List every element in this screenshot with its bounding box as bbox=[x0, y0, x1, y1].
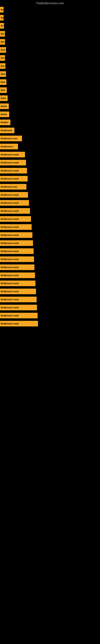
bar-row: Bo bbox=[0, 6, 100, 14]
bar-label-2: Bo bbox=[1, 24, 4, 27]
bar-row: Bottleneck result bbox=[0, 207, 100, 215]
bar-row: Bottleneck result bbox=[0, 223, 100, 231]
bar-label-36: Bottleneck result bbox=[1, 298, 19, 301]
bar-label-1: Bo bbox=[1, 16, 3, 19]
bar-label-28: Bottleneck result bbox=[1, 234, 19, 236]
bar-row: Bottleneck result bbox=[0, 158, 100, 167]
bar-label-23: Bottleneck result bbox=[1, 194, 19, 196]
bar-row: Bottleneck result bbox=[0, 304, 100, 312]
bar-30: Bottleneck result bbox=[0, 248, 34, 254]
bar-23: Bottleneck result bbox=[0, 192, 28, 198]
bar-15: Bottleneck bbox=[0, 128, 14, 133]
bar-2: Bo bbox=[0, 23, 4, 28]
bar-row: Bottleneck bbox=[0, 126, 100, 134]
bar-label-35: Bottleneck result bbox=[1, 290, 19, 292]
bar-label-6: Bot bbox=[1, 57, 4, 59]
bar-row: Bot bbox=[0, 30, 100, 38]
bar-24: Bottleneck result bbox=[0, 200, 29, 206]
bar-label-37: Bottleneck result bbox=[1, 306, 19, 309]
bar-32: Bottleneck result bbox=[0, 264, 34, 270]
bar-row: Bottleneck result bbox=[0, 175, 100, 183]
bar-29: Bottleneck result bbox=[0, 240, 33, 246]
bar-label-32: Bottleneck result bbox=[1, 266, 19, 268]
bar-label-22: Bottleneck resu bbox=[1, 186, 17, 188]
bar-row: Bottleneck result bbox=[0, 279, 100, 288]
bar-row: Bottleneck result bbox=[0, 231, 100, 239]
bar-row: Bottl bbox=[0, 94, 100, 102]
bar-label-5: Bott bbox=[1, 49, 5, 51]
bar-row: Bo bbox=[0, 22, 100, 30]
bar-label-24: Bottleneck result bbox=[1, 202, 19, 204]
bar-22: Bottleneck resu bbox=[0, 184, 26, 190]
bar-label-19: Bottleneck result bbox=[1, 162, 19, 164]
bar-17: Bottleneck r bbox=[0, 144, 18, 149]
bar-row: Bott bbox=[0, 70, 100, 78]
bar-label-33: Bottleneck result bbox=[1, 274, 19, 276]
bar-row: Bottle bbox=[0, 102, 100, 110]
bar-row: Bottleneck resu bbox=[0, 183, 100, 191]
bar-33: Bottleneck result bbox=[0, 272, 35, 278]
bar-row: Bottlen bbox=[0, 118, 100, 126]
bar-label-7: Bot bbox=[1, 65, 4, 67]
bar-label-12: Bottle bbox=[1, 105, 7, 108]
bar-label-10: Bott bbox=[1, 89, 5, 91]
bar-label-13: Bottle bbox=[1, 113, 7, 116]
bar-label-31: Bottleneck result bbox=[1, 258, 19, 260]
bar-1: Bo bbox=[0, 15, 3, 20]
bar-label-15: Bottleneck bbox=[1, 129, 12, 132]
bar-label-4: Bot bbox=[1, 41, 4, 43]
bar-row: Bottleneck result bbox=[0, 312, 100, 320]
bar-4: Bot bbox=[0, 39, 5, 45]
bar-row: Bot bbox=[0, 62, 100, 70]
bar-13: Bottle bbox=[0, 112, 9, 117]
bar-label-0: Bo bbox=[1, 8, 3, 11]
bar-7: Bot bbox=[0, 63, 5, 69]
bar-label-26: Bottleneck result bbox=[1, 218, 19, 220]
bar-row: Bo bbox=[0, 14, 100, 22]
bar-28: Bottleneck result bbox=[0, 232, 32, 238]
bar-36: Bottleneck result bbox=[0, 297, 37, 302]
bar-label-30: Bottleneck result bbox=[1, 250, 19, 252]
bar-row: Bottleneck result bbox=[0, 255, 100, 263]
bar-34: Bottleneck result bbox=[0, 280, 35, 286]
bar-label-27: Bottleneck result bbox=[1, 226, 19, 228]
bar-label-16: Bottleneck resu bbox=[1, 137, 17, 140]
site-title: TheBottlenecker.com bbox=[0, 0, 100, 6]
bar-39: Bottleneck result bbox=[0, 321, 38, 326]
bar-18: Bottleneck result bbox=[0, 152, 25, 158]
bar-row: Bottleneck result bbox=[0, 150, 100, 158]
bar-label-21: Bottleneck result bbox=[1, 178, 19, 180]
bar-row: Bottleneck result bbox=[0, 320, 100, 328]
bar-row: Bott bbox=[0, 78, 100, 86]
bar-row: Bottleneck result bbox=[0, 296, 100, 304]
bar-16: Bottleneck resu bbox=[0, 136, 22, 141]
bar-3: Bot bbox=[0, 31, 5, 37]
bar-row: Bottleneck r bbox=[0, 142, 100, 150]
bar-label-29: Bottleneck result bbox=[1, 242, 19, 244]
bar-9: Bott bbox=[0, 79, 6, 85]
bar-25: Bottleneck result bbox=[0, 208, 30, 214]
bar-11: Bottl bbox=[0, 96, 8, 101]
bar-label-3: Bot bbox=[1, 32, 4, 35]
bar-row: Bottleneck result bbox=[0, 167, 100, 175]
bar-14: Bottlen bbox=[0, 120, 10, 125]
bar-row: Bott bbox=[0, 46, 100, 54]
bar-26: Bottleneck result bbox=[0, 216, 31, 222]
bar-label-8: Bott bbox=[1, 73, 5, 75]
bar-27: Bottleneck result bbox=[0, 224, 32, 230]
bar-6: Bot bbox=[0, 55, 5, 61]
bar-row: Bottleneck result bbox=[0, 271, 100, 279]
bar-label-17: Bottleneck r bbox=[1, 145, 14, 148]
bar-20: Bottleneck result bbox=[0, 168, 27, 174]
bar-row: Bott bbox=[0, 86, 100, 94]
bar-35: Bottleneck result bbox=[0, 288, 36, 294]
bar-37: Bottleneck result bbox=[0, 305, 37, 310]
bar-21: Bottleneck result bbox=[0, 176, 28, 182]
bar-12: Bottle bbox=[0, 104, 9, 109]
bar-row: Bottleneck result bbox=[0, 288, 100, 296]
bar-5: Bott bbox=[0, 47, 6, 53]
bar-row: Bot bbox=[0, 54, 100, 62]
bar-row: Bottleneck result bbox=[0, 263, 100, 271]
bar-38: Bottleneck result bbox=[0, 313, 38, 318]
bar-row: Bottleneck result bbox=[0, 247, 100, 255]
